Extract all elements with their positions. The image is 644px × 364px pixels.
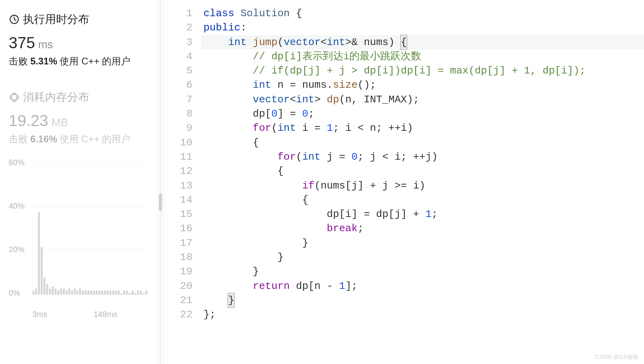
stats-panel: 执行用时分布 375 ms 击败 5.31% 使用 C++ 的用户 xyxy=(0,0,156,364)
line-number: 14 xyxy=(165,193,192,207)
line-number-gutter: 12345678910111213141516171819202122 xyxy=(165,6,201,364)
runtime-value: 375 xyxy=(9,34,35,52)
code-line[interactable]: { xyxy=(201,193,644,207)
code-line[interactable]: if(nums[j] + j >= i) xyxy=(201,179,644,193)
code-line[interactable]: // if(dp[j] + j > dp[i])dp[i] = max(dp[j… xyxy=(201,64,644,78)
runtime-unit: ms xyxy=(38,38,53,51)
code-line[interactable]: } xyxy=(201,236,644,250)
code-line[interactable]: vector<int> dp(n, INT_MAX); xyxy=(201,92,644,107)
memory-beat-suffix: 使用 C++ 的用户 xyxy=(60,134,130,144)
panel-splitter[interactable] xyxy=(156,0,165,364)
watermark: CSDN @GR鲸鱼 xyxy=(595,354,639,361)
histogram-bar xyxy=(38,212,40,295)
line-number: 9 xyxy=(165,121,192,135)
line-number: 21 xyxy=(165,293,192,307)
memory-metric: 19.23 MB xyxy=(9,112,147,130)
xtick-1: 148ms xyxy=(94,310,117,319)
memory-beat-pct: 6.16% xyxy=(30,134,57,144)
runtime-header: 执行用时分布 xyxy=(9,12,147,27)
code-line[interactable]: } xyxy=(201,264,644,279)
line-number: 13 xyxy=(165,179,192,193)
code-line[interactable]: for(int j = 0; j < i; ++j) xyxy=(201,150,644,164)
code-content[interactable]: class Solution {public: int jump(vector<… xyxy=(201,6,644,364)
code-line[interactable]: int jump(vector<int>& nums) { xyxy=(201,35,644,49)
histogram-bars xyxy=(32,164,147,295)
memory-value: 19.23 xyxy=(9,112,48,130)
histogram-bar xyxy=(60,289,62,295)
line-number: 12 xyxy=(165,164,192,178)
code-line[interactable]: { xyxy=(201,136,644,150)
line-number: 8 xyxy=(165,107,192,121)
line-number: 3 xyxy=(165,35,192,49)
histogram-bar xyxy=(55,289,56,295)
ytick-0: 0% xyxy=(9,289,20,298)
histogram-bar xyxy=(41,247,43,295)
code-line[interactable]: return dp[n - 1]; xyxy=(201,279,644,293)
code-line[interactable]: // dp[i]表示到达i的最小跳跃次数 xyxy=(201,49,644,64)
line-number: 19 xyxy=(165,264,192,279)
line-number: 20 xyxy=(165,279,192,293)
memory-unit: MB xyxy=(51,116,68,129)
code-line[interactable]: dp[0] = 0; xyxy=(201,107,644,121)
memory-header: 消耗内存分布 xyxy=(9,90,147,105)
histogram-bar xyxy=(63,289,65,295)
runtime-title: 执行用时分布 xyxy=(23,12,89,27)
line-number: 6 xyxy=(165,78,192,92)
code-line[interactable]: } xyxy=(201,293,644,307)
histogram-bar xyxy=(74,289,76,295)
code-line[interactable]: dp[i] = dp[j] + 1; xyxy=(201,207,644,221)
runtime-beats: 击败 5.31% 使用 C++ 的用户 xyxy=(9,55,147,68)
histogram-bar xyxy=(35,289,37,295)
runtime-beat-suffix: 使用 C++ 的用户 xyxy=(60,56,130,66)
ytick-20: 20% xyxy=(9,245,24,254)
line-number: 11 xyxy=(165,150,192,164)
ytick-40: 40% xyxy=(9,202,24,211)
code-line[interactable]: public: xyxy=(201,21,644,35)
code-line[interactable]: class Solution { xyxy=(201,6,644,21)
gridline xyxy=(32,163,147,163)
memory-beats: 击败 6.16% 使用 C++ 的用户 xyxy=(9,133,147,145)
code-line[interactable]: int n = nums.size(); xyxy=(201,78,644,92)
line-number: 22 xyxy=(165,307,192,322)
histogram-bar xyxy=(68,289,70,295)
code-line[interactable]: { xyxy=(201,164,644,178)
line-number: 17 xyxy=(165,236,192,250)
runtime-metric: 375 ms xyxy=(9,34,147,52)
chart-baseline xyxy=(32,294,147,296)
runtime-beat-prefix: 击败 xyxy=(9,56,28,66)
line-number: 7 xyxy=(165,92,192,107)
ytick-60: 60% xyxy=(9,158,24,167)
svg-rect-1 xyxy=(11,94,17,100)
splitter-handle-icon[interactable] xyxy=(159,194,162,211)
xtick-0: 3ms xyxy=(32,310,47,319)
app-root: 执行用时分布 375 ms 击败 5.31% 使用 C++ 的用户 xyxy=(0,0,644,364)
histogram-bar xyxy=(49,289,51,295)
line-number: 10 xyxy=(165,136,192,150)
clock-icon xyxy=(9,14,20,25)
code-editor[interactable]: 12345678910111213141516171819202122 clas… xyxy=(165,0,644,364)
runtime-histogram: 60% 40% 20% 0% 3ms 148ms xyxy=(9,157,147,315)
chip-icon xyxy=(9,92,20,103)
code-line[interactable]: break; xyxy=(201,221,644,236)
runtime-beat-pct: 5.31% xyxy=(30,56,57,66)
histogram-bar xyxy=(43,277,45,295)
memory-beat-prefix: 击败 xyxy=(9,134,28,144)
line-number: 1 xyxy=(165,6,192,21)
line-number: 15 xyxy=(165,207,192,221)
histogram-bar xyxy=(46,284,48,295)
code-line[interactable]: for(int i = 1; i < n; ++i) xyxy=(201,121,644,135)
histogram-bar xyxy=(52,286,54,295)
code-line[interactable]: }; xyxy=(201,307,644,322)
line-number: 5 xyxy=(165,64,192,78)
line-number: 16 xyxy=(165,221,192,236)
histogram-bar xyxy=(79,289,81,295)
line-number: 2 xyxy=(165,21,192,35)
code-line[interactable]: } xyxy=(201,250,644,264)
memory-title: 消耗内存分布 xyxy=(23,90,89,105)
line-number: 18 xyxy=(165,250,192,264)
line-number: 4 xyxy=(165,49,192,64)
